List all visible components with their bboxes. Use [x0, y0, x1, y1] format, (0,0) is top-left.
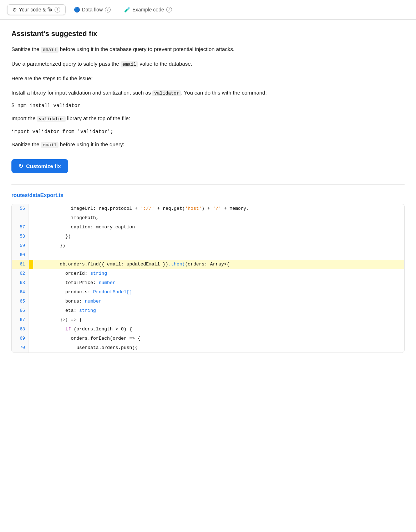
line-marker-60	[29, 250, 33, 260]
code-line-57: 57 caption: memory.caption	[12, 223, 404, 232]
line-num-56: 56	[12, 204, 29, 213]
code-line-63: 63 totalPrice: number	[12, 278, 404, 288]
line-code-62: orderId: string	[33, 269, 404, 278]
section-title: Assistant's suggested fix	[11, 30, 405, 38]
t-56-3: + req.get(	[154, 206, 185, 211]
code-line-58: 58 })	[12, 232, 404, 241]
prose-p4: Install a library for input validation a…	[11, 88, 405, 97]
prose-sanitize: Sanitize the email before using it in th…	[11, 140, 405, 149]
line-marker-61	[29, 260, 33, 269]
p-sanitize-code: email	[41, 142, 59, 148]
t-62-2: string	[90, 271, 107, 276]
divider	[11, 184, 405, 185]
p-sanitize-after: before using it in the query:	[59, 141, 125, 147]
code-line-69: 69 orders.forEach(order => {	[12, 334, 404, 343]
line-num-64: 64	[12, 288, 29, 297]
t-64-1: products:	[37, 289, 93, 295]
line-marker-66	[29, 306, 33, 315]
line-num-62: 62	[12, 269, 29, 278]
prose-p1: Sanitize the email before using it in th…	[11, 45, 405, 54]
tab-your-code-label: Your code & fix	[19, 7, 52, 12]
line-code-64: products: ProductModel[]	[33, 288, 404, 297]
tab-bar: ⊙ Your code & fix i 🔵 Data flow i 🧪 Exam…	[0, 0, 416, 20]
p2-text-before: Use a parameterized query to safely pass…	[11, 61, 121, 67]
tab-data-flow[interactable]: 🔵 Data flow i	[69, 4, 116, 15]
t-66-1: eta:	[37, 308, 79, 313]
t-65-2: number	[85, 299, 102, 304]
t-58: })	[37, 234, 71, 239]
p1-text-before: Sanitize the	[11, 46, 41, 52]
line-marker-57	[29, 223, 33, 232]
tab-your-code[interactable]: ⊙ Your code & fix i	[7, 4, 66, 15]
t-59: })	[37, 243, 65, 248]
prose-p2: Use a parameterized query to safely pass…	[11, 60, 405, 69]
line-marker-63	[29, 278, 33, 288]
customize-fix-label: Customize fix	[26, 163, 61, 169]
tab-your-code-info[interactable]: i	[55, 7, 60, 12]
line-code-58: })	[33, 232, 404, 241]
t-56-5: ) +	[202, 206, 213, 211]
line-num-59: 59	[12, 241, 29, 250]
p-import-after: library at the top of the file:	[66, 115, 130, 121]
line-marker-68	[29, 325, 33, 334]
line-marker-56b	[29, 213, 33, 223]
t-69: orders.forEach(order => {	[37, 336, 141, 341]
p4-code: validator	[152, 90, 181, 96]
code-line-56: 56 imageUrl: req.protocol + '://' + req.…	[12, 204, 404, 213]
main-content: Assistant's suggested fix Sanitize the e…	[0, 20, 416, 363]
code-line-65: 65 bonus: number	[12, 297, 404, 306]
line-num-56b	[12, 213, 29, 223]
line-marker-56	[29, 204, 33, 213]
t-56-6: '/'	[213, 206, 221, 211]
p-import-code: validator	[37, 116, 66, 122]
t-61-2: pdatedEmail })	[129, 262, 168, 267]
file-link[interactable]: routes/dataExport.ts	[11, 192, 405, 198]
line-marker-59	[29, 241, 33, 250]
t-64-2: ProductModel[]	[93, 289, 132, 295]
line-code-56: imageUrl: req.protocol + '://' + req.get…	[33, 204, 404, 213]
p1-text-after: before using it in the database query to…	[59, 46, 235, 52]
t-61-5: Array<{	[210, 262, 230, 267]
t-65-1: bonus:	[37, 299, 85, 304]
code-line-60: 60	[12, 250, 404, 260]
t-61-3: .then(	[168, 262, 185, 267]
line-marker-70	[29, 343, 33, 353]
p1-code: email	[41, 47, 59, 53]
t-56-1: imageUrl: req.protocol +	[37, 206, 141, 211]
line-num-63: 63	[12, 278, 29, 288]
tab-example-code[interactable]: 🧪 Example code i	[119, 4, 177, 15]
code-viewer: 56 imageUrl: req.protocol + '://' + req.…	[11, 204, 405, 353]
beaker-icon: 🧪	[124, 7, 130, 12]
t-56-2: '://'	[141, 206, 154, 211]
tab-data-flow-info[interactable]: i	[105, 7, 111, 12]
line-marker-67	[29, 315, 33, 325]
line-num-68: 68	[12, 325, 29, 334]
p-import-before: Import the	[11, 115, 37, 121]
line-marker-65	[29, 297, 33, 306]
line-num-58: 58	[12, 232, 29, 241]
p4-text-before: Install a library for input validation a…	[11, 90, 152, 96]
line-marker-69	[29, 334, 33, 343]
line-code-63: totalPrice: number	[33, 278, 404, 288]
github-icon: ⊙	[12, 7, 17, 12]
t-67: }>} => {	[37, 317, 82, 323]
t-56-4: 'host'	[185, 206, 202, 211]
code-block-import: import validator from 'validator';	[11, 129, 405, 135]
p2-code: email	[121, 61, 138, 67]
line-num-61: 61	[12, 260, 29, 269]
refresh-icon: ↻	[19, 163, 23, 169]
p2-text-after: value to the database.	[138, 61, 192, 67]
line-num-60: 60	[12, 250, 29, 260]
line-num-65: 65	[12, 297, 29, 306]
t-63-1: totalPrice:	[37, 280, 99, 285]
tab-example-code-label: Example code	[132, 7, 164, 12]
p3-text-before: Here are the steps to fix the issue:	[11, 75, 93, 81]
line-code-65: bonus: number	[33, 297, 404, 306]
code-line-64: 64 products: ProductModel[]	[12, 288, 404, 297]
tab-example-code-info[interactable]: i	[166, 7, 172, 12]
line-code-70: userData.orders.push({	[33, 343, 404, 353]
customize-fix-button[interactable]: ↻ Customize fix	[11, 159, 68, 173]
line-num-66: 66	[12, 306, 29, 315]
line-code-57: caption: memory.caption	[33, 223, 404, 232]
tab-data-flow-label: Data flow	[82, 7, 103, 12]
